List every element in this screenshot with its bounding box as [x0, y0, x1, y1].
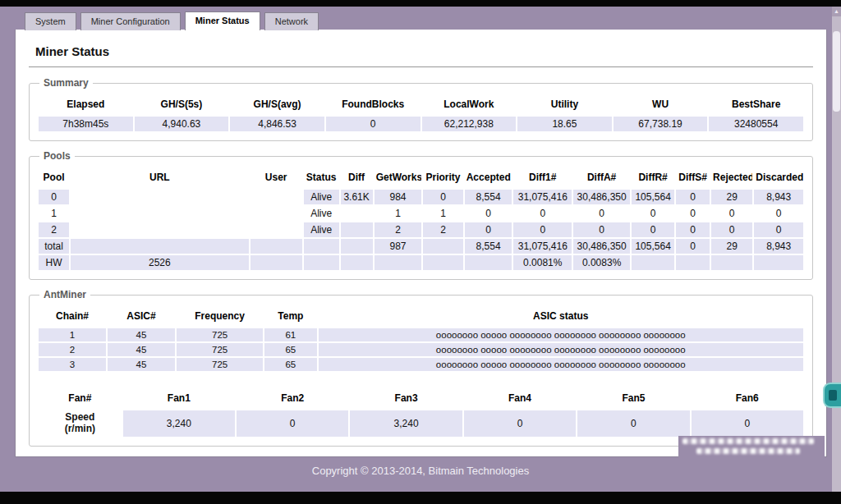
floating-widget-button[interactable] — [823, 383, 841, 408]
vertical-scrollbar[interactable]: ▲ — [832, 7, 841, 492]
pools-column-header: Rejected — [710, 166, 753, 189]
summary-cell: 62,212,938 — [421, 116, 517, 132]
pools-cell — [70, 222, 249, 238]
blurred-text-line — [682, 438, 814, 444]
widget-icon — [829, 390, 837, 401]
pools-row: 0Alive3.61K98408,55431,075,41630,486,350… — [38, 189, 804, 205]
pools-cell: 0 — [38, 189, 70, 205]
pools-cell: 0 — [512, 205, 572, 222]
chains-row: 34572565oooooooo ooooo oooooooo oooooooo… — [38, 357, 804, 372]
summary-header-row: ElapsedGH/S(5s)GH/S(avg)FoundBlocksLocal… — [38, 93, 804, 116]
scrollbar-up-button[interactable]: ▲ — [832, 7, 841, 16]
pools-cell: 0 — [675, 189, 710, 205]
pools-row: 1Alive110000000 — [38, 205, 804, 222]
tab-miner-status[interactable]: Miner Status — [185, 11, 260, 30]
chains-column-header: ASIC status — [318, 305, 804, 328]
pools-cell: 1 — [422, 205, 463, 222]
fans-cell: Speed (r/min) — [38, 410, 122, 438]
pools-cell: 0 — [464, 205, 513, 222]
fans-cell: 3,240 — [122, 410, 236, 438]
summary-column-header: Utility — [517, 93, 613, 116]
pools-cell: 2 — [422, 222, 463, 238]
summary-column-header: BestShare — [708, 93, 804, 116]
pools-cell: 0.0083% — [572, 254, 631, 271]
pools-cell: 2526 — [70, 254, 249, 271]
pools-column-header: DiffR# — [631, 166, 675, 189]
summary-section: Summary ElapsedGH/S(5s)GH/S(avg)FoundBlo… — [29, 77, 813, 141]
pools-cell — [250, 238, 303, 254]
pools-cell: 31,075,416 — [512, 238, 572, 254]
pools-column-header: Pool — [38, 166, 70, 189]
summary-cell: 0 — [325, 116, 421, 132]
chains-cell: oooooooo ooooo oooooooo oooooooo ooooooo… — [318, 357, 804, 372]
pools-cell: 1 — [38, 205, 70, 222]
pools-column-header: Discarded — [753, 166, 804, 189]
pools-column-header: Priority — [422, 166, 463, 189]
tab-bar: System Miner Configuration Miner Status … — [25, 11, 323, 30]
pools-cell: 984 — [374, 189, 423, 205]
pools-row: total9878,55431,075,41630,486,350105,564… — [38, 238, 804, 254]
pools-cell — [422, 254, 463, 271]
pools-cell: 0 — [710, 205, 753, 222]
chains-column-header: Temp — [264, 305, 317, 328]
summary-cell: 67,738.19 — [613, 116, 709, 132]
pools-cell: 1 — [374, 205, 423, 222]
summary-cell: 4,940.63 — [134, 116, 230, 132]
pools-cell: 0 — [753, 222, 804, 238]
chains-header-row: Chain#ASIC#FrequencyTempASIC status — [38, 305, 804, 328]
tab-network[interactable]: Network — [264, 12, 319, 30]
pools-cell: 987 — [374, 238, 423, 254]
chains-row: 24572565oooooooo ooooo oooooooo oooooooo… — [38, 342, 804, 357]
pools-cell: 105,564 — [631, 238, 675, 254]
pools-cell: 0 — [572, 205, 631, 222]
pools-cell: 3.61K — [340, 189, 374, 205]
pools-cell: 0 — [422, 189, 463, 205]
chains-cell: 45 — [107, 328, 176, 342]
pools-column-header: DiffA# — [572, 166, 631, 189]
summary-column-header: GH/S(5s) — [134, 93, 230, 116]
fans-column-header: Fan6 — [691, 387, 804, 410]
pools-column-header: Diff1# — [512, 166, 572, 189]
pools-header-row: PoolURLUserStatusDiffGetWorksPriorityAcc… — [38, 166, 804, 189]
pools-cell — [675, 254, 710, 271]
chains-cell: 725 — [176, 357, 264, 372]
antminer-legend: AntMiner — [39, 289, 90, 300]
summary-cell: 7h38m45s — [38, 116, 134, 132]
pools-cell — [340, 205, 374, 222]
pools-cell — [250, 189, 303, 205]
summary-cell: 18.65 — [517, 116, 613, 132]
pools-cell: Alive — [303, 205, 340, 222]
main-panel: Miner Status Summary ElapsedGH/S(5s)GH/S… — [15, 30, 827, 457]
summary-column-header: FoundBlocks — [325, 93, 421, 116]
pools-cell: 8,554 — [464, 189, 513, 205]
summary-column-header: Elapsed — [38, 93, 134, 116]
pools-cell: 0 — [675, 238, 710, 254]
scrollbar-thumb[interactable] — [833, 31, 840, 112]
fans-cell: 0 — [691, 410, 804, 438]
pools-cell — [303, 254, 340, 271]
pools-cell: 29 — [710, 189, 753, 205]
pools-column-header: Accepted — [464, 166, 513, 189]
chains-column-header: ASIC# — [107, 305, 176, 328]
chains-cell: oooooooo ooooo oooooooo oooooooo ooooooo… — [318, 342, 804, 357]
pools-cell — [422, 238, 463, 254]
fans-cell: 3,240 — [349, 410, 462, 438]
pools-column-header: Diff — [340, 166, 374, 189]
pools-cell: 8,943 — [753, 189, 804, 205]
fans-row: Speed (r/min)3,24003,240000 — [38, 410, 804, 438]
pools-column-header: URL — [70, 166, 249, 189]
top-black-bar — [0, 0, 841, 7]
pools-cell: 30,486,350 — [572, 238, 631, 254]
fans-column-header: Fan5 — [577, 387, 690, 410]
chains-cell: 65 — [264, 357, 317, 372]
pools-cell — [340, 254, 374, 271]
pools-cell: 31,075,416 — [512, 189, 572, 205]
summary-column-header: GH/S(avg) — [229, 93, 325, 116]
fans-column-header: Fan2 — [236, 387, 349, 410]
fans-column-header: Fan4 — [463, 387, 577, 410]
tab-system[interactable]: System — [25, 12, 76, 30]
tab-miner-configuration[interactable]: Miner Configuration — [80, 12, 181, 30]
summary-column-header: LocalWork — [421, 93, 517, 116]
summary-column-header: WU — [613, 93, 709, 116]
chains-cell: 65 — [264, 342, 317, 357]
